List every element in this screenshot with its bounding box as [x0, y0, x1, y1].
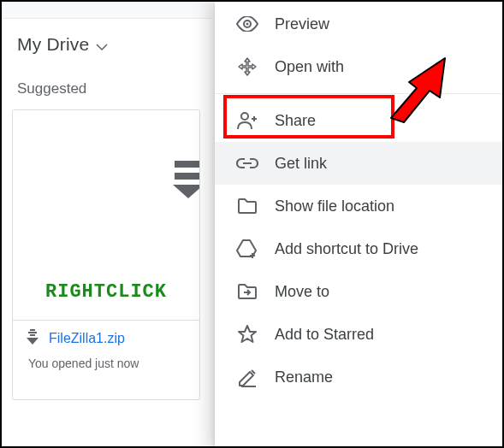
file-preview: RIGHTCLICK [13, 110, 199, 320]
svg-rect-4 [30, 334, 35, 336]
menu-item-open-with[interactable]: Open with [215, 45, 502, 88]
file-name: FileZilla1.zip [49, 331, 125, 346]
toolbar-strip [2, 2, 211, 19]
caret-down-icon [96, 38, 108, 54]
suggested-label: Suggested [2, 67, 211, 109]
star-icon [230, 324, 264, 345]
drive-add-icon [230, 239, 264, 259]
location-title: My Drive [17, 34, 89, 55]
svg-rect-0 [175, 161, 200, 168]
left-panel: My Drive Suggested RIGHTCLICK [2, 2, 211, 446]
menu-label: Open with [264, 58, 344, 76]
folder-icon [230, 197, 264, 215]
menu-item-add-shortcut[interactable]: Add shortcut to Drive [215, 227, 502, 270]
rightclick-overlay: RIGHTCLICK [13, 281, 199, 303]
menu-label: Add shortcut to Drive [264, 240, 418, 258]
file-subtitle: You opened just now [21, 348, 191, 370]
menu-item-show-location[interactable]: Show file location [215, 185, 502, 227]
menu-divider [215, 93, 502, 94]
menu-item-add-starred[interactable]: Add to Starred [215, 313, 502, 356]
folder-move-icon [230, 283, 264, 300]
move-arrows-icon [230, 56, 264, 77]
context-menu: Preview Open with Share Get link Show fi… [215, 0, 502, 448]
menu-label: Move to [264, 283, 329, 301]
menu-item-share[interactable]: Share [215, 99, 502, 142]
svg-rect-1 [175, 173, 200, 180]
menu-item-preview[interactable]: Preview [215, 3, 502, 45]
menu-label: Share [264, 112, 316, 130]
menu-item-get-link[interactable]: Get link [215, 142, 502, 185]
eye-icon [230, 16, 264, 32]
zip-file-icon [27, 329, 39, 348]
svg-point-7 [241, 113, 248, 120]
menu-label: Rename [264, 368, 333, 386]
menu-label: Show file location [264, 197, 394, 215]
menu-label: Preview [264, 15, 329, 33]
file-info: FileZilla1.zip You opened just now [13, 320, 199, 400]
menu-item-move-to[interactable]: Move to [215, 270, 502, 313]
svg-point-6 [246, 23, 249, 26]
link-icon [230, 157, 264, 169]
svg-rect-3 [28, 332, 37, 333]
menu-item-rename[interactable]: Rename [215, 356, 502, 398]
person-add-icon [230, 111, 264, 130]
menu-label: Add to Starred [264, 326, 374, 344]
menu-label: Get link [264, 155, 327, 173]
svg-rect-2 [30, 329, 35, 331]
file-row: FileZilla1.zip [21, 329, 191, 348]
my-drive-dropdown[interactable]: My Drive [2, 19, 211, 67]
pencil-icon [230, 367, 264, 387]
drag-arrow-icon [173, 157, 200, 202]
file-card[interactable]: RIGHTCLICK FileZilla1.zip You opened jus… [12, 109, 200, 400]
